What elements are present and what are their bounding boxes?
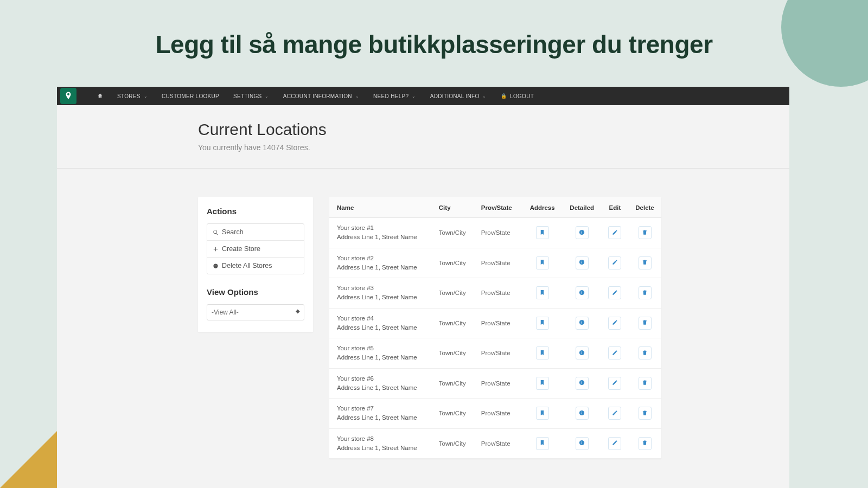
info-icon (579, 290, 585, 297)
detailed-button[interactable] (576, 317, 589, 330)
chevron-down-icon: ⌄ (482, 94, 486, 99)
bookmark-icon (539, 259, 545, 266)
nav-logout[interactable]: 🔒LOGOUT (501, 93, 534, 99)
trash-icon (642, 440, 648, 447)
nav-settings[interactable]: SETTINGS⌄ (233, 93, 269, 99)
nav-additional-info[interactable]: ADDITIONAL INFO⌄ (430, 93, 487, 99)
actions-list: Search Create Store Delete All Stores (207, 223, 304, 274)
delete-button[interactable] (639, 286, 652, 299)
view-select[interactable]: -View All- (207, 304, 304, 320)
address-button[interactable] (536, 226, 549, 239)
trash-icon (642, 290, 648, 297)
cell-prov: Prov/State (476, 278, 522, 309)
brand-logo[interactable] (60, 88, 76, 104)
nav-customer-lookup-label: CUSTOMER LOOKUP (162, 93, 219, 99)
edit-button[interactable] (608, 346, 621, 359)
cell-city: Town/City (433, 218, 476, 248)
nav-stores[interactable]: STORES⌄ (117, 93, 148, 99)
edit-button[interactable] (608, 377, 621, 390)
trash-icon (642, 229, 648, 236)
view-select-wrap: -View All- ◆ (207, 304, 304, 320)
address-button[interactable] (536, 346, 549, 359)
home-icon (97, 93, 103, 99)
cell-city: Town/City (433, 399, 476, 429)
svg-rect-16 (582, 351, 582, 352)
cell-name: Your store #7Address Line 1, Street Name (329, 399, 433, 429)
edit-button[interactable] (608, 437, 621, 450)
app-window: STORES⌄ CUSTOMER LOOKUP SETTINGS⌄ ACCOUN… (57, 87, 789, 488)
edit-icon (612, 259, 618, 266)
svg-rect-4 (582, 231, 582, 232)
delete-button[interactable] (639, 256, 652, 269)
cell-prov: Prov/State (476, 338, 522, 369)
edit-button[interactable] (608, 256, 621, 269)
svg-rect-13 (582, 321, 582, 322)
address-button[interactable] (536, 286, 549, 299)
action-search[interactable]: Search (207, 224, 304, 240)
action-create-label: Create Store (222, 245, 260, 253)
address-button[interactable] (536, 407, 549, 420)
address-button[interactable] (536, 377, 549, 390)
th-address: Address (522, 197, 563, 218)
delete-button[interactable] (639, 346, 652, 359)
detailed-button[interactable] (576, 407, 589, 420)
svg-rect-6 (582, 262, 582, 264)
svg-rect-24 (582, 442, 582, 444)
delete-button[interactable] (639, 317, 652, 330)
cell-prov: Prov/State (476, 368, 522, 399)
bookmark-icon (539, 229, 545, 236)
detailed-button[interactable] (576, 226, 589, 239)
subtitle-suffix: Stores. (284, 143, 310, 152)
address-button[interactable] (536, 256, 549, 269)
detailed-button[interactable] (576, 286, 589, 299)
table-row: Your store #2Address Line 1, Street Name… (329, 248, 661, 278)
cell-prov: Prov/State (476, 218, 522, 248)
edit-icon (612, 350, 618, 357)
detailed-button[interactable] (576, 377, 589, 390)
info-icon (579, 229, 585, 236)
cell-city: Town/City (433, 308, 476, 338)
store-count: 14074 (263, 143, 284, 152)
delete-button[interactable] (639, 226, 652, 239)
cell-prov: Prov/State (476, 399, 522, 429)
actions-heading: Actions (207, 207, 304, 216)
page-subtitle: You currently have 14074 Stores. (198, 143, 789, 152)
minus-circle-icon (213, 263, 219, 269)
table-row: Your store #3Address Line 1, Street Name… (329, 278, 661, 309)
action-delete-all[interactable]: Delete All Stores (207, 257, 304, 274)
svg-rect-22 (582, 412, 582, 412)
nav-logout-label: LOGOUT (510, 93, 534, 99)
address-button[interactable] (536, 317, 549, 330)
delete-button[interactable] (639, 437, 652, 450)
edit-button[interactable] (608, 286, 621, 299)
th-detailed: Detailed (563, 197, 602, 218)
nav-account-info[interactable]: ACCOUNT INFORMATION⌄ (283, 93, 359, 99)
nav-need-help[interactable]: NEED HELP?⌄ (373, 93, 416, 99)
action-search-label: Search (222, 228, 244, 236)
edit-button[interactable] (608, 317, 621, 330)
nav-customer-lookup[interactable]: CUSTOMER LOOKUP (162, 93, 219, 99)
address-button[interactable] (536, 437, 549, 450)
detailed-button[interactable] (576, 437, 589, 450)
cell-city: Town/City (433, 368, 476, 399)
info-icon (579, 440, 585, 447)
action-create-store[interactable]: Create Store (207, 240, 304, 257)
delete-button[interactable] (639, 377, 652, 390)
nav-need-help-label: NEED HELP? (373, 93, 409, 99)
cell-city: Town/City (433, 428, 476, 459)
info-icon (579, 259, 585, 266)
cell-city: Town/City (433, 248, 476, 278)
delete-button[interactable] (639, 407, 652, 420)
edit-button[interactable] (608, 407, 621, 420)
cell-name: Your store #1Address Line 1, Street Name (329, 218, 433, 248)
edit-icon (612, 410, 618, 417)
bookmark-icon (539, 290, 545, 297)
nav-home-icon[interactable] (97, 93, 103, 100)
trash-icon (642, 319, 648, 326)
action-delete-all-label: Delete All Stores (222, 262, 272, 269)
detailed-button[interactable] (576, 346, 589, 359)
edit-button[interactable] (608, 226, 621, 239)
table-row: Your store #6Address Line 1, Street Name… (329, 368, 661, 399)
detailed-button[interactable] (576, 256, 589, 269)
svg-rect-1 (214, 266, 217, 266)
